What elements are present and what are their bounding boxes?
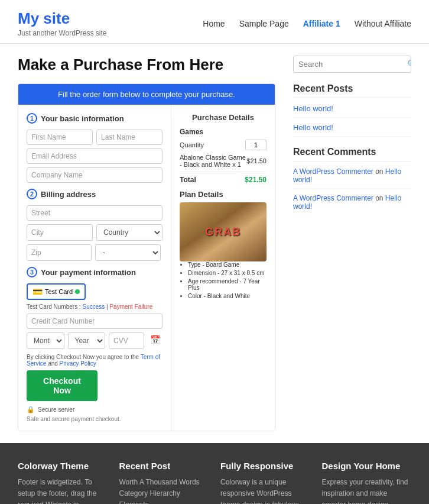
country-select[interactable]: Country: [96, 224, 162, 241]
page-content: Make a Purchase From Here Fill the order…: [0, 44, 429, 443]
checkout-button[interactable]: Checkout Now: [27, 370, 98, 401]
recent-comments-title: Recent Comments: [293, 147, 411, 161]
footer-widget-3: Fully Responsive Colorway is a unique re…: [220, 461, 310, 504]
checkout-body: 1 Your basic information: [18, 105, 275, 431]
cc-expiry-row: Month Year 📅: [27, 332, 162, 349]
section-payment-label: Your payment information: [41, 268, 136, 277]
first-name-input[interactable]: [27, 130, 93, 145]
city-input[interactable]: [27, 224, 93, 241]
quantity-label: Quantity: [180, 141, 204, 148]
email-row: [27, 148, 162, 164]
detail-color: Color - Black and White: [188, 293, 266, 299]
page-title: Make a Purchase From Here: [18, 56, 275, 74]
secure-label: Secure server: [38, 406, 74, 413]
footer-post-link-2[interactable]: Category Hierarchy Elements: [119, 488, 209, 504]
privacy-link[interactable]: Privacy Policy: [60, 360, 96, 367]
failure-link[interactable]: Payment Failure: [109, 303, 152, 310]
company-row: [27, 167, 162, 183]
divider-1: [293, 118, 411, 118]
comment-on-1: on: [375, 167, 385, 176]
zip-input[interactable]: [27, 244, 92, 261]
search-button[interactable]: 🔍: [402, 56, 411, 72]
test-card-button[interactable]: 💳 Test Card: [27, 283, 86, 300]
site-title-link[interactable]: My site: [18, 9, 70, 27]
nav-without-affiliate[interactable]: Without Affiliate: [355, 19, 411, 28]
recent-posts-title: Recent Posts: [293, 83, 411, 98]
street-row: [27, 205, 162, 221]
zip-row: -: [27, 244, 162, 261]
section-num-1: 1: [27, 113, 37, 124]
product-name-overlay: GRAB: [205, 226, 241, 238]
secure-sub: Safe and secure payment checkout.: [27, 416, 162, 422]
total-label: Total: [180, 176, 196, 184]
city-country-row: Country: [27, 224, 162, 241]
total-row: Total $21.50: [180, 172, 266, 184]
section-basic-info-title: 1 Your basic information: [27, 113, 162, 124]
search-input[interactable]: [294, 56, 402, 72]
order-column: Purchase Details Games Quantity Abalone …: [171, 105, 275, 431]
quantity-input[interactable]: [245, 140, 266, 150]
success-link[interactable]: Success: [82, 303, 105, 310]
test-card-label: Test Card: [45, 288, 73, 295]
email-input[interactable]: [27, 148, 162, 164]
footer-widget-text-4: Express your creativity, find inspiratio…: [322, 477, 412, 504]
nav-affiliate1[interactable]: Affiliate 1: [303, 19, 340, 28]
footer-widget-title-3: Fully Responsive: [220, 461, 310, 471]
divider-2: [293, 137, 411, 137]
section-billing-title: 2 Billing address: [27, 189, 162, 199]
state-select[interactable]: -: [95, 244, 160, 261]
site-title[interactable]: My site: [18, 9, 107, 28]
quantity-row: Quantity: [180, 140, 266, 150]
detail-age: Age recommended - 7 Year Plus: [188, 278, 266, 291]
footer-widget-text-1: Footer is widgetized. To setup the foote…: [18, 477, 108, 504]
secure-row: 🔒 Secure server: [27, 406, 162, 413]
section-num-2: 2: [27, 189, 37, 199]
cvv-input[interactable]: [109, 332, 144, 349]
comment-2: A WordPress Commenter on Hello world!: [293, 194, 411, 211]
detail-dimension: Dimension - 27 x 31 x 0.5 cm: [188, 270, 266, 276]
section-billing-label: Billing address: [41, 190, 96, 199]
cc-number-input[interactable]: [27, 314, 162, 329]
search-box: 🔍: [293, 56, 411, 73]
section-payment-title: 3 Your payment information: [27, 267, 162, 277]
site-branding: My site Just another WordPress site: [18, 9, 107, 37]
footer-widget-title-4: Design Your Home: [322, 461, 412, 471]
recent-post-1[interactable]: Hello world!: [293, 104, 411, 113]
site-header: My site Just another WordPress site Home…: [0, 0, 429, 44]
street-input[interactable]: [27, 205, 162, 221]
recent-post-2[interactable]: Hello world!: [293, 123, 411, 132]
footer-widget-title-1: Colorway Theme: [18, 461, 108, 471]
footer-widget-title-2: Recent Post: [119, 461, 209, 471]
sidebar: 🔍 Recent Posts Hello world! Hello world!…: [293, 56, 411, 431]
name-row: [27, 130, 162, 145]
year-select[interactable]: Year: [68, 332, 106, 349]
payment-methods: 💳 Test Card: [27, 283, 162, 300]
footer-widget-text-3: Colorway is a unique responsive WordPres…: [220, 477, 310, 504]
checkout-header: Fill the order form below to complete yo…: [18, 84, 275, 105]
main-nav: Home Sample Page Affiliate 1 Without Aff…: [203, 19, 411, 28]
comment-author-1[interactable]: A WordPress Commenter: [293, 167, 373, 176]
purchase-details-title: Purchase Details: [180, 113, 266, 122]
checkout-container: Fill the order form below to complete yo…: [18, 83, 275, 431]
section-num-3: 3: [27, 267, 37, 277]
cc-number-row: [27, 314, 162, 329]
item-row: Abalone Classic Game - Black and White x…: [180, 154, 266, 168]
comment-1: A WordPress Commenter on Hello world!: [293, 167, 411, 184]
test-card-note: Test Card Numbers : Success | Payment Fa…: [27, 303, 162, 310]
last-name-input[interactable]: [96, 130, 162, 145]
footer-post-link-1[interactable]: Worth A Thousand Words: [119, 477, 209, 488]
comment-on-2: on: [375, 194, 385, 202]
company-input[interactable]: [27, 167, 162, 183]
terms-note: By clicking Checkout Now you agree to th…: [27, 354, 162, 367]
month-select[interactable]: Month: [27, 332, 64, 349]
footer-widget-1: Colorway Theme Footer is widgetized. To …: [18, 461, 108, 504]
form-column: 1 Your basic information: [18, 105, 171, 431]
main-area: Make a Purchase From Here Fill the order…: [18, 56, 275, 431]
comment-author-2[interactable]: A WordPress Commenter: [293, 194, 373, 202]
nav-sample-page[interactable]: Sample Page: [239, 19, 289, 28]
item-name: Abalone Classic Game - Black and White x…: [180, 154, 246, 168]
footer-widget-4: Design Your Home Express your creativity…: [322, 461, 412, 504]
total-value: $21.50: [245, 176, 266, 184]
nav-home[interactable]: Home: [203, 19, 225, 28]
plan-details-title: Plan Details: [180, 190, 266, 199]
